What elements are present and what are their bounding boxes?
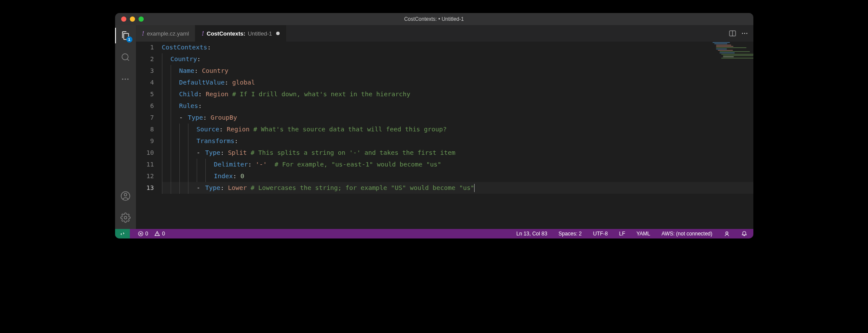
- yaml-file-icon: !: [201, 30, 204, 37]
- code-line[interactable]: Index: 0: [162, 170, 753, 182]
- remote-indicator[interactable]: [115, 229, 130, 238]
- svg-point-3: [124, 216, 127, 219]
- line-number: 7: [136, 112, 154, 124]
- line-number: 10: [136, 147, 154, 159]
- code-line[interactable]: - Type: Lower # Lowercases the string; f…: [162, 182, 753, 194]
- editor-actions: [729, 25, 753, 42]
- line-number: 12: [136, 170, 154, 182]
- editor-area: ! example.cz.yaml ! CostContexts: Untitl…: [136, 25, 753, 229]
- language-mode[interactable]: YAML: [635, 229, 652, 238]
- problems-errors[interactable]: 0: [136, 229, 150, 238]
- tab-label-sub: Untitled-1: [248, 30, 272, 37]
- line-number-gutter: 12345678910111213: [136, 42, 162, 229]
- code-line[interactable]: - Type: GroupBy: [162, 112, 753, 124]
- cursor-position[interactable]: Ln 13, Col 83: [515, 229, 549, 238]
- settings-gear-icon[interactable]: [119, 212, 132, 224]
- aws-status[interactable]: AWS: (not connected): [660, 229, 714, 238]
- accounts-icon[interactable]: [119, 190, 132, 202]
- maximize-window-button[interactable]: [139, 16, 144, 22]
- line-number: 1: [136, 42, 154, 53]
- svg-point-7: [746, 33, 747, 34]
- traffic-lights: [115, 16, 144, 22]
- search-icon[interactable]: [119, 51, 132, 63]
- code-line[interactable]: DefaultValue: global: [162, 77, 753, 88]
- status-bar: 0 0 Ln 13, Col 83 Spaces: 2 UTF-8 LF YAM…: [115, 229, 753, 238]
- line-number: 4: [136, 77, 154, 88]
- more-actions-icon[interactable]: [741, 30, 748, 37]
- svg-point-9: [726, 232, 728, 234]
- line-number: 8: [136, 124, 154, 135]
- code-content[interactable]: CostContexts:Country:Name: CountryDefaul…: [162, 42, 753, 229]
- svg-point-2: [124, 193, 127, 196]
- tab-label: example.cz.yaml: [147, 30, 189, 37]
- close-window-button[interactable]: [121, 16, 126, 22]
- activity-bar: 1: [115, 25, 136, 229]
- code-line[interactable]: - Type: Split # This splits a string on …: [162, 147, 753, 159]
- line-number: 6: [136, 100, 154, 112]
- dirty-indicator-icon: [276, 32, 280, 35]
- yaml-file-icon: !: [142, 30, 145, 37]
- tab-label-main: CostContexts:: [207, 30, 245, 37]
- feedback-icon[interactable]: [722, 229, 732, 238]
- tab-bar: ! example.cz.yaml ! CostContexts: Untitl…: [136, 25, 753, 42]
- more-views-icon[interactable]: [119, 73, 132, 85]
- svg-point-5: [742, 33, 743, 34]
- tab-costcontexts-untitled[interactable]: ! CostContexts: Untitled-1: [195, 25, 286, 42]
- svg-point-6: [744, 33, 745, 34]
- explorer-badge: 1: [126, 36, 132, 42]
- window-title: CostContexts: • Untitled-1: [115, 16, 753, 22]
- code-line[interactable]: Rules:: [162, 100, 753, 112]
- eol[interactable]: LF: [617, 229, 627, 238]
- code-line[interactable]: CostContexts:: [162, 42, 753, 53]
- line-number: 13: [136, 182, 154, 194]
- encoding[interactable]: UTF-8: [591, 229, 610, 238]
- code-line[interactable]: Transforms:: [162, 135, 753, 147]
- code-line[interactable]: Source: Region # What's the source data …: [162, 124, 753, 135]
- code-line[interactable]: Child: Region # If I drill down, what's …: [162, 88, 753, 100]
- code-line[interactable]: Name: Country: [162, 65, 753, 77]
- titlebar[interactable]: CostContexts: • Untitled-1: [115, 13, 753, 25]
- split-editor-icon[interactable]: [729, 30, 736, 37]
- svg-point-0: [122, 54, 128, 60]
- notifications-bell-icon[interactable]: [739, 229, 749, 238]
- code-line[interactable]: Country:: [162, 53, 753, 65]
- line-number: 2: [136, 53, 154, 65]
- line-number: 5: [136, 88, 154, 100]
- code-editor[interactable]: 12345678910111213 CostContexts:Country:N…: [136, 42, 753, 229]
- line-number: 11: [136, 159, 154, 170]
- tab-example-yaml[interactable]: ! example.cz.yaml: [136, 25, 196, 42]
- code-line[interactable]: Delimiter: '-' # For example, "us-east-1…: [162, 159, 753, 170]
- line-number: 9: [136, 135, 154, 147]
- problems-warnings[interactable]: 0: [152, 229, 167, 238]
- line-number: 3: [136, 65, 154, 77]
- explorer-icon[interactable]: 1: [119, 29, 132, 42]
- indentation[interactable]: Spaces: 2: [557, 229, 583, 238]
- minimize-window-button[interactable]: [130, 16, 135, 22]
- vscode-window: CostContexts: • Untitled-1 1: [115, 13, 753, 238]
